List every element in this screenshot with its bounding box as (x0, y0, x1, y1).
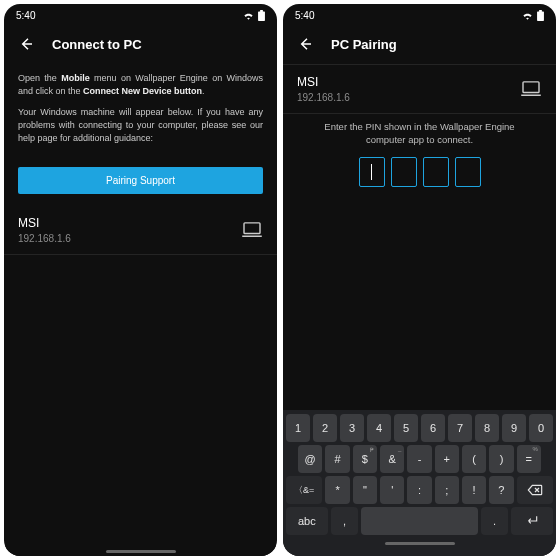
key-4[interactable]: 4 (367, 414, 391, 442)
pin-instruction: Enter the PIN shown in the Wallpaper Eng… (283, 114, 556, 157)
key-sym[interactable]: - (407, 445, 431, 473)
key-sym[interactable]: ( (462, 445, 486, 473)
back-icon[interactable] (297, 36, 313, 52)
pin-digit-2[interactable] (391, 157, 417, 187)
battery-icon (537, 10, 544, 21)
device-ip: 192.168.1.6 (18, 233, 71, 244)
instruction-para-2: Your Windows machine will appear below. … (18, 106, 263, 145)
key-sym[interactable]: ' (380, 476, 404, 504)
key-sym[interactable]: : (407, 476, 431, 504)
gesture-bar (4, 546, 277, 556)
device-name: MSI (18, 216, 71, 230)
device-name: MSI (297, 75, 350, 89)
key-sym[interactable]: * (325, 476, 349, 504)
key-sym[interactable]: + (435, 445, 459, 473)
phone-connect-to-pc: 5:40 Connect to PC Open the Mobile menu … (4, 4, 277, 556)
pin-digit-4[interactable] (455, 157, 481, 187)
page-title: PC Pairing (331, 37, 397, 52)
device-info: MSI 192.168.1.6 (297, 75, 350, 103)
key-9[interactable]: 9 (502, 414, 526, 442)
key-row-1: 1234567890 (286, 414, 553, 442)
key-2[interactable]: 2 (313, 414, 337, 442)
enter-icon (525, 515, 539, 527)
key-5[interactable]: 5 (394, 414, 418, 442)
shift-key[interactable]: 〈&= (286, 476, 322, 504)
page-title: Connect to PC (52, 37, 142, 52)
key-sym[interactable]: ) (489, 445, 513, 473)
key-row-2: @#$₱&_-+()=% (286, 445, 553, 473)
device-row: MSI 192.168.1.6 (283, 64, 556, 114)
key-sym[interactable]: &_ (380, 445, 404, 473)
svg-rect-0 (244, 223, 260, 234)
key-8[interactable]: 8 (475, 414, 499, 442)
status-icons (243, 10, 265, 21)
key-sym[interactable]: ! (462, 476, 486, 504)
pin-digit-3[interactable] (423, 157, 449, 187)
key-sym[interactable]: =% (517, 445, 541, 473)
status-time: 5:40 (295, 10, 314, 21)
status-bar: 5:40 (4, 4, 277, 26)
wifi-icon (522, 11, 533, 20)
key-sym[interactable]: ; (435, 476, 459, 504)
pin-digit-1[interactable] (359, 157, 385, 187)
key-row-4: abc , . (286, 507, 553, 535)
status-time: 5:40 (16, 10, 35, 21)
key-sym[interactable]: " (353, 476, 377, 504)
app-bar: PC Pairing (283, 26, 556, 64)
gesture-bar (286, 538, 553, 548)
key-sym[interactable]: @ (298, 445, 322, 473)
app-bar: Connect to PC (4, 26, 277, 64)
key-7[interactable]: 7 (448, 414, 472, 442)
status-bar: 5:40 (283, 4, 556, 26)
backspace-key[interactable] (517, 476, 553, 504)
soft-keyboard: 1234567890 @#$₱&_-+()=% 〈&= *"':;!? abc … (283, 410, 556, 556)
key-sym[interactable]: $₱ (353, 445, 377, 473)
device-ip: 192.168.1.6 (297, 92, 350, 103)
status-icons (522, 10, 544, 21)
period-key[interactable]: . (481, 507, 509, 535)
laptop-icon (241, 222, 263, 238)
instruction-para-1: Open the Mobile menu on Wallpaper Engine… (18, 72, 263, 98)
pairing-support-button[interactable]: Pairing Support (18, 167, 263, 194)
text-cursor (371, 164, 372, 180)
key-sym[interactable]: # (325, 445, 349, 473)
key-1[interactable]: 1 (286, 414, 310, 442)
device-row[interactable]: MSI 192.168.1.6 (4, 206, 277, 255)
backspace-icon (527, 484, 543, 496)
instructions: Open the Mobile menu on Wallpaper Engine… (4, 64, 277, 161)
battery-icon (258, 10, 265, 21)
key-3[interactable]: 3 (340, 414, 364, 442)
enter-key[interactable] (511, 507, 553, 535)
key-6[interactable]: 6 (421, 414, 445, 442)
phone-pc-pairing: 5:40 PC Pairing MSI 192.168.1.6 Enter th… (283, 4, 556, 556)
wifi-icon (243, 11, 254, 20)
device-info: MSI 192.168.1.6 (18, 216, 71, 244)
back-icon[interactable] (18, 36, 34, 52)
key-sym[interactable]: ? (489, 476, 513, 504)
pin-input-row (283, 157, 556, 197)
mode-switch-key[interactable]: abc (286, 507, 328, 535)
key-0[interactable]: 0 (529, 414, 553, 442)
space-key[interactable] (361, 507, 477, 535)
svg-rect-1 (523, 82, 539, 93)
laptop-icon (520, 81, 542, 97)
comma-key[interactable]: , (331, 507, 359, 535)
key-row-3: 〈&= *"':;!? (286, 476, 553, 504)
